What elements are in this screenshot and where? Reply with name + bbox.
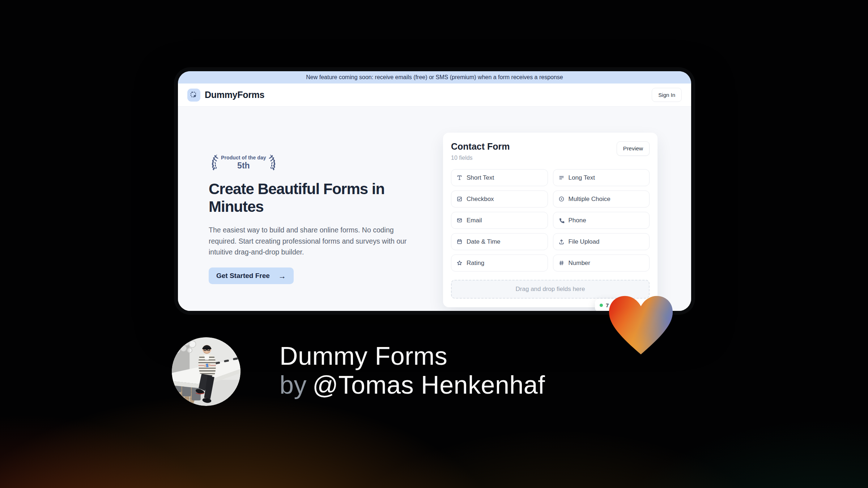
field-tile-multiple-choice[interactable]: Multiple Choice <box>553 191 650 207</box>
get-started-button[interactable]: Get Started Free → <box>209 267 294 284</box>
caption-product: Dummy Forms <box>280 342 545 371</box>
upload-icon <box>558 239 565 245</box>
green-dot-icon <box>600 304 603 307</box>
form-builder-card: Contact Form 10 fields Preview Short Tex… <box>443 133 658 307</box>
field-label: Long Text <box>569 174 595 181</box>
arrow-right-icon: → <box>278 272 286 280</box>
radio-icon <box>558 196 565 202</box>
form-field-count: 10 fields <box>451 155 510 161</box>
field-tile-date-time[interactable]: Date & Time <box>451 233 548 250</box>
promo-canvas: { "banner": { "text": "New feature comin… <box>0 0 868 488</box>
site-header: DummyForms Sign In <box>178 84 691 107</box>
field-label: Rating <box>467 260 484 267</box>
field-label: Short Text <box>467 174 494 181</box>
mail-icon <box>456 217 463 223</box>
award-rank: 5th <box>221 161 266 171</box>
gradient-heart-icon <box>605 293 676 358</box>
product-of-the-day-badge: Product of the day 5th <box>209 154 278 172</box>
field-label: Email <box>467 217 482 224</box>
field-label: Checkbox <box>467 196 494 203</box>
field-label: Phone <box>569 217 586 224</box>
field-tile-short-text[interactable]: Short Text <box>451 169 548 186</box>
brand-logo-icon <box>187 89 200 102</box>
laurel-left-icon <box>209 154 218 172</box>
caption-byword: by <box>280 371 307 399</box>
field-label: Multiple Choice <box>569 196 610 203</box>
get-started-label: Get Started Free <box>216 272 270 280</box>
field-type-grid: Short Text Long Text Checkbox Multiple C… <box>451 169 650 271</box>
avatar <box>172 337 241 406</box>
brand[interactable]: DummyForms <box>187 89 264 102</box>
webpage: New feature coming soon: receive emails … <box>178 71 691 311</box>
field-tile-number[interactable]: Number <box>553 254 650 271</box>
announcement-banner: New feature coming soon: receive emails … <box>178 71 691 84</box>
caption: Dummy Forms by@Tomas Henkenhaf <box>280 342 545 399</box>
laurel-right-icon <box>269 154 278 172</box>
form-title: Contact Form <box>451 141 510 152</box>
hero-description: The easiest way to build and share onlin… <box>209 224 422 257</box>
field-label: Date & Time <box>467 238 501 245</box>
sign-in-button[interactable]: Sign In <box>652 88 682 102</box>
form-builder-header: Contact Form 10 fields Preview <box>451 141 650 161</box>
hero-title: Create Beautiful Forms in Minutes <box>209 180 411 215</box>
star-icon <box>456 260 463 266</box>
phone-icon <box>558 217 565 223</box>
brand-name: DummyForms <box>205 90 264 100</box>
field-tile-long-text[interactable]: Long Text <box>553 169 650 186</box>
long-text-icon <box>558 175 565 181</box>
calendar-icon <box>456 239 463 245</box>
short-text-icon <box>456 175 463 181</box>
caption-author: @Tomas Henkenhaf <box>312 371 545 399</box>
caption-author-line: by@Tomas Henkenhaf <box>280 371 545 399</box>
checkbox-icon <box>456 196 463 202</box>
hash-icon <box>558 260 565 266</box>
hero-section: Product of the day 5th <box>209 154 429 284</box>
field-tile-file-upload[interactable]: File Upload <box>553 233 650 250</box>
field-label: File Upload <box>569 238 600 245</box>
award-line1: Product of the day <box>221 155 266 160</box>
field-tile-rating[interactable]: Rating <box>451 254 548 271</box>
field-label: Number <box>569 260 590 267</box>
award-text: Product of the day 5th <box>221 155 266 171</box>
field-tile-phone[interactable]: Phone <box>553 212 650 229</box>
preview-button[interactable]: Preview <box>617 141 650 156</box>
browser-window: New feature coming soon: receive emails … <box>174 68 695 314</box>
page-body: Product of the day 5th <box>178 107 691 311</box>
announcement-text: New feature coming soon: receive emails … <box>306 74 563 81</box>
field-tile-checkbox[interactable]: Checkbox <box>451 191 548 207</box>
drag-drop-text: Drag and drop fields here <box>516 286 585 293</box>
field-tile-email[interactable]: Email <box>451 212 548 229</box>
